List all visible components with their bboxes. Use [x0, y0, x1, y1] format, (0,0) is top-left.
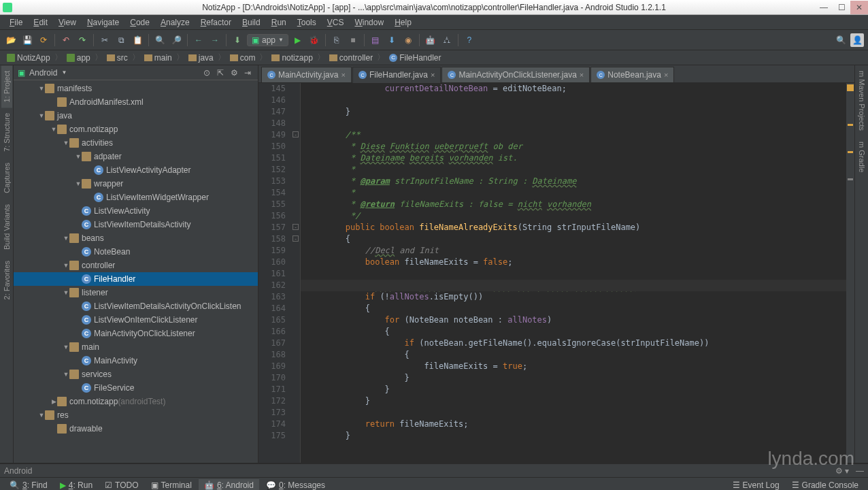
tree-node[interactable]: ▼adpater	[14, 150, 258, 163]
menu-navigate[interactable]: Navigate	[82, 16, 124, 29]
menu-build[interactable]: Build	[237, 16, 266, 29]
fold-toggle[interactable]: -	[293, 131, 299, 137]
debug-icon[interactable]: 🐞	[307, 33, 321, 47]
tree-node[interactable]: ▼manifests	[14, 82, 258, 95]
sync-icon[interactable]: ⟳	[37, 33, 50, 47]
menu-help[interactable]: Help	[389, 16, 417, 29]
collapse-all-icon[interactable]: ⇱	[217, 68, 227, 78]
bottom-tool[interactable]: ☰Event Log	[727, 479, 785, 491]
cut-icon[interactable]: ✂	[98, 33, 112, 47]
tool-tab[interactable]: 2: Favorites	[1, 255, 12, 305]
hide-icon[interactable]: ⇥	[244, 68, 254, 78]
redo-icon[interactable]: ↷	[76, 33, 89, 47]
tree-node[interactable]: CListViewOnItemClickListener	[14, 313, 258, 327]
tool-tab[interactable]: 1: Project	[1, 65, 12, 108]
tree-node[interactable]: CListViewActivity	[14, 204, 258, 218]
close-tab-icon[interactable]: ×	[431, 71, 435, 79]
open-icon[interactable]: 📂	[4, 33, 18, 47]
breadcrumb-item[interactable]: main	[141, 52, 175, 63]
tree-node[interactable]: CMainActivityOnClickListener	[14, 327, 258, 340]
tree-node[interactable]: ▼java	[14, 109, 258, 122]
replace-icon[interactable]: 🔎	[169, 33, 183, 47]
tree-node[interactable]: ▼activities	[14, 136, 258, 150]
error-stripe[interactable]	[846, 83, 854, 463]
undo-icon[interactable]: ↶	[59, 33, 73, 47]
search-everywhere-icon[interactable]: 🔍	[834, 33, 848, 47]
breadcrumb-item[interactable]: src	[104, 52, 131, 63]
copy-icon[interactable]: ⧉	[114, 33, 128, 47]
menu-view[interactable]: View	[53, 16, 82, 29]
editor-tab[interactable]: CFileHandler.java×	[352, 67, 441, 83]
tree-node[interactable]: CListViewItemDetailsActivityOnClickListe…	[14, 299, 258, 313]
paste-icon[interactable]: 📋	[131, 33, 144, 47]
tree-node[interactable]: CListViewItemDetailsActivity	[14, 218, 258, 231]
bottom-tool[interactable]: ☰Gradle Console	[786, 479, 864, 491]
make-icon[interactable]: ⬇	[231, 33, 244, 47]
bottom-tool[interactable]: 🔍3: Find	[4, 479, 53, 491]
tree-node[interactable]: CListViewItemWidgetWrapper	[14, 191, 258, 204]
tree-node[interactable]: ▼main	[14, 340, 258, 354]
menu-run[interactable]: Run	[266, 16, 292, 29]
help-icon[interactable]: ?	[463, 33, 476, 47]
bottom-tool[interactable]: ☑TODO	[99, 479, 144, 491]
breadcrumb-item[interactable]: controller	[327, 52, 375, 63]
stop-icon[interactable]: ■	[346, 33, 360, 47]
tool-tab[interactable]: Captures	[1, 157, 12, 199]
breadcrumb-item[interactable]: java	[186, 52, 216, 63]
tree-node[interactable]: ▼res	[14, 408, 258, 422]
menu-vcs[interactable]: VCS	[322, 16, 350, 29]
editor-tab[interactable]: CNoteBean.java×	[590, 67, 674, 82]
user-icon[interactable]: 👤	[850, 33, 864, 47]
tool-tab[interactable]: m Gradle	[856, 136, 867, 178]
forward-icon[interactable]: →	[208, 33, 222, 47]
attach-icon[interactable]: ⎘	[330, 33, 344, 47]
sdk-icon[interactable]: ⬇	[385, 33, 399, 47]
menu-code[interactable]: Code	[124, 16, 155, 29]
tree-node[interactable]: ▼controller	[14, 259, 258, 272]
fold-gutter[interactable]: ---	[291, 83, 301, 463]
tree-node[interactable]: CMainActivity	[14, 354, 258, 368]
run-icon[interactable]: ▶	[291, 33, 305, 47]
bottom-tool[interactable]: ▶4: Run	[54, 479, 98, 491]
tree-node[interactable]: ▼wrapper	[14, 177, 258, 191]
breadcrumb-item[interactable]: CFileHandler	[386, 52, 444, 63]
sync-gradle-icon[interactable]: 🤖	[424, 33, 437, 47]
menu-edit[interactable]: Edit	[28, 16, 53, 29]
close-tab-icon[interactable]: ×	[341, 71, 345, 79]
menu-file[interactable]: File	[4, 16, 28, 29]
tree-node[interactable]: ▼com.notizapp	[14, 122, 258, 136]
editor-tab[interactable]: CMainActivityOnClickListener.java×	[441, 67, 590, 82]
project-tree[interactable]: ▼manifestsAndroidManifest.xml▼java▼com.n…	[14, 80, 258, 463]
fold-toggle[interactable]: -	[293, 224, 299, 230]
run-configuration[interactable]: ▣ app ▼	[247, 34, 288, 46]
tree-node[interactable]: AndroidManifest.xml	[14, 95, 258, 109]
menu-window[interactable]: Window	[349, 16, 389, 29]
line-number-gutter[interactable]: 1451461471481491501511521531541551561571…	[258, 83, 291, 463]
back-icon[interactable]: ←	[192, 33, 205, 47]
tool-tab[interactable]: Build Variants	[1, 199, 12, 255]
close-button[interactable]: ✕	[850, 1, 868, 14]
scroll-from-source-icon[interactable]: ⊙	[203, 68, 213, 78]
menu-refactor[interactable]: Refactor	[195, 16, 237, 29]
tree-node[interactable]: ▶com.notizapp (androidTest)	[14, 395, 258, 408]
breadcrumb-item[interactable]: NotizApp	[4, 52, 53, 63]
avd-icon[interactable]: ▤	[369, 33, 382, 47]
tree-node[interactable]: drawable	[14, 422, 258, 436]
minimize-button[interactable]: —	[815, 1, 833, 14]
fold-toggle[interactable]: -	[293, 235, 299, 242]
tree-node[interactable]: CListViewActivityAdapter	[14, 163, 258, 177]
tree-node[interactable]: ▼listener	[14, 286, 258, 299]
menu-tools[interactable]: Tools	[292, 16, 322, 29]
breadcrumb-item[interactable]: app	[64, 52, 93, 63]
save-icon[interactable]: 💾	[20, 33, 34, 47]
close-tab-icon[interactable]: ×	[664, 71, 668, 79]
tool-tab[interactable]: 7: Structure	[1, 108, 12, 157]
monitor-icon[interactable]: ◉	[401, 33, 415, 47]
project-view-selector[interactable]: Android	[29, 68, 57, 78]
tree-node[interactable]: ▼services	[14, 368, 258, 381]
bottom-tool[interactable]: ▣Terminal	[146, 479, 197, 491]
menu-analyze[interactable]: Analyze	[155, 16, 195, 29]
minimize-panel-icon[interactable]: —	[856, 466, 864, 476]
tree-node[interactable]: ▼beans	[14, 231, 258, 245]
find-icon[interactable]: 🔍	[153, 33, 167, 47]
